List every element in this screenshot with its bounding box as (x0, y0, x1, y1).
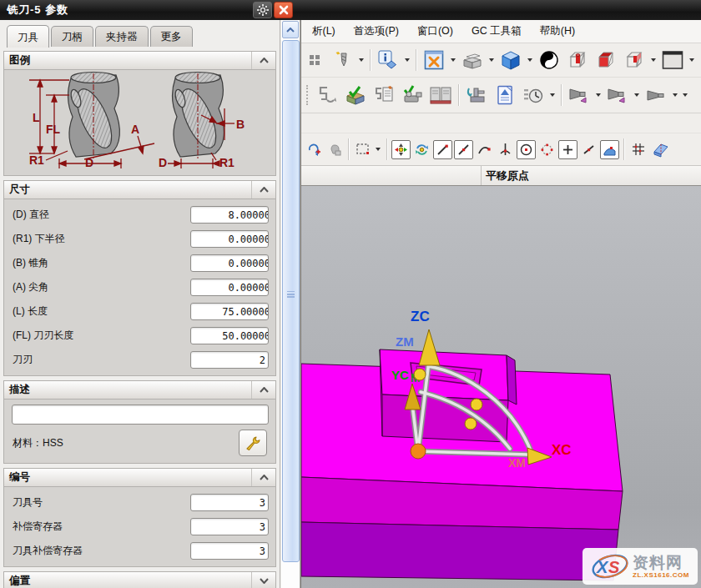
rotate-point-icon[interactable] (304, 140, 323, 159)
dialog-close-button[interactable] (274, 2, 293, 18)
tip-angle-input[interactable]: 0.00000 (190, 279, 269, 296)
scrollbar-up-button[interactable] (282, 21, 299, 38)
dropdown-arrow[interactable] (673, 93, 678, 97)
scrollbar-grip (287, 291, 295, 293)
window-blank-icon[interactable] (659, 47, 686, 73)
verify-toolpath-icon[interactable] (342, 82, 369, 108)
generate-toolpath-icon[interactable] (314, 82, 340, 108)
part-boss-right-face (507, 355, 517, 405)
field-row-tip-angle: (A) 尖角 0.00000 (4, 275, 275, 299)
menu-item-gc-toolbox[interactable]: GC 工具箱 (464, 22, 529, 41)
dropdown-arrow[interactable] (634, 93, 639, 97)
dropdown-arrow[interactable] (596, 93, 601, 97)
dropdown-arrow[interactable] (359, 58, 364, 62)
fit-view-icon[interactable] (421, 47, 447, 73)
machine-sim-icon[interactable] (463, 82, 490, 108)
object-info-icon[interactable] (375, 47, 401, 73)
xm-axis-label: XM (508, 456, 526, 470)
description-input[interactable] (12, 405, 269, 425)
comp-register-input[interactable]: 3 (190, 518, 269, 535)
existing-point-icon[interactable] (558, 140, 577, 159)
cone-tool-2-icon[interactable] (604, 82, 631, 108)
arc-center-icon[interactable] (517, 140, 536, 159)
dialog-settings-button[interactable] (253, 2, 272, 18)
pan-hand-icon[interactable] (325, 140, 344, 159)
dropdown-arrow[interactable] (683, 93, 688, 97)
collapse-chevron-icon[interactable] (251, 52, 275, 69)
dropdown-arrow[interactable] (489, 58, 494, 62)
dimensions-group-header[interactable]: 尺寸 (4, 181, 275, 199)
menu-item-analysis[interactable]: 析(L) (305, 22, 343, 41)
description-group-header[interactable]: 描述 (4, 381, 275, 400)
quadrant-point-icon[interactable] (537, 140, 557, 159)
flutes-input[interactable]: 2 (190, 351, 269, 369)
shaded-view-icon[interactable] (497, 47, 524, 73)
tab-holder[interactable]: 夹持器 (95, 26, 149, 47)
close-icon (279, 5, 289, 15)
datum-plane-icon[interactable] (649, 138, 673, 161)
snap-rotate-icon[interactable] (412, 140, 431, 159)
section-cube-axis-icon[interactable] (564, 47, 591, 73)
cavity-mill-icon[interactable] (459, 47, 486, 73)
end-point-icon[interactable] (433, 140, 452, 159)
report-icon[interactable] (492, 82, 518, 108)
collapse-chevron-icon[interactable] (251, 381, 275, 399)
offset-group-header[interactable]: 偏置 (4, 572, 275, 588)
expand-chevron-icon[interactable] (251, 572, 275, 588)
length-input[interactable]: 75.00000 (190, 303, 269, 320)
mid-point-icon[interactable] (454, 140, 473, 159)
tab-shank[interactable]: 刀柄 (51, 26, 93, 47)
diameter-input[interactable]: 8.00000 (190, 206, 269, 224)
tab-tool[interactable]: 刀具 (7, 25, 49, 48)
shop-doc-icon[interactable] (427, 82, 454, 108)
tool-comp-register-input[interactable]: 3 (190, 542, 269, 560)
tool-time-icon[interactable] (520, 82, 547, 108)
numbers-group-header[interactable]: 编号 (4, 469, 275, 487)
legend-group-header[interactable]: 图例 (4, 52, 275, 70)
dropdown-arrow[interactable] (376, 148, 381, 151)
dialog-scrollbar[interactable] (281, 20, 300, 588)
legend-group-title: 图例 (4, 53, 251, 68)
taper-angle-input[interactable]: 0.00000 (190, 254, 269, 272)
collapse-chevron-icon[interactable] (251, 469, 275, 486)
simulate-tool-icon[interactable] (329, 47, 356, 73)
field-label: 刀具号 (13, 495, 190, 510)
dropdown-arrow[interactable] (651, 58, 656, 62)
section-cube-fill-icon[interactable] (593, 47, 619, 73)
grid-snap-icon[interactable] (628, 140, 648, 159)
toolbar-drag-handle[interactable] (306, 85, 310, 105)
dropdown-arrow[interactable] (689, 58, 694, 62)
menu-item-help[interactable]: 帮助(H) (532, 22, 582, 41)
control-point-icon[interactable] (475, 140, 494, 159)
dropdown-arrow[interactable] (550, 93, 555, 97)
dialog-titlebar: 铣刀-5 参数 (0, 0, 701, 20)
field-label: 刀刃 (13, 353, 190, 367)
list-toolpath-icon[interactable] (371, 82, 397, 108)
intersection-point-icon[interactable] (496, 140, 515, 159)
edit-material-button[interactable] (239, 430, 267, 456)
point-on-curve-icon[interactable] (579, 140, 598, 159)
dropdown-arrow[interactable] (451, 58, 456, 62)
collapse-chevron-icon[interactable] (251, 181, 275, 199)
tab-more[interactable]: 更多 (150, 26, 193, 47)
lower-radius-input[interactable]: 0.00000 (190, 230, 269, 248)
marquee-select-icon[interactable] (353, 140, 372, 159)
tool-parameters-dialog: 刀具 刀柄 夹持器 更多 图例 (0, 20, 280, 588)
graphics-viewport[interactable]: ZM XM M (301, 186, 701, 588)
snap-enable-icon[interactable] (391, 140, 411, 159)
dropdown-arrow[interactable] (527, 58, 532, 62)
section-cube-corner-icon[interactable] (621, 47, 648, 73)
clipped-toolbar-icon[interactable] (304, 48, 327, 72)
cone-tool-3-icon[interactable] (643, 82, 669, 108)
menu-item-preferences[interactable]: 首选项(P) (346, 22, 406, 41)
dropdown-arrow[interactable] (405, 58, 410, 62)
tool-number-input[interactable]: 3 (190, 494, 269, 511)
render-style-icon[interactable] (536, 47, 562, 73)
menu-item-window[interactable]: 窗口(O) (410, 22, 461, 41)
cone-tool-icon[interactable] (566, 82, 593, 108)
point-on-surface-icon[interactable] (600, 140, 619, 159)
part-and-wcs: ZM XM M (301, 186, 701, 588)
flute-length-input[interactable]: 50.00000 (190, 327, 269, 344)
scrollbar-thumb[interactable] (282, 40, 300, 562)
postprocess-icon[interactable] (399, 82, 426, 108)
